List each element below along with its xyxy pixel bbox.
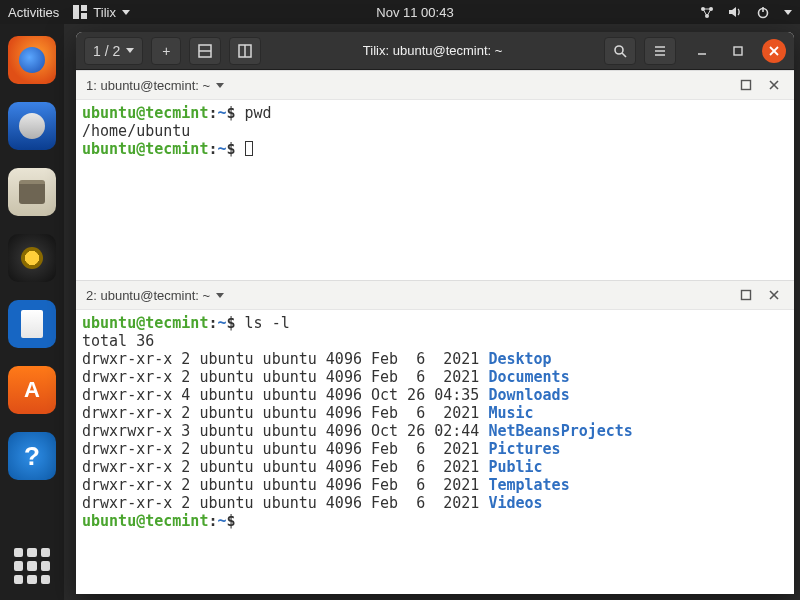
terminal-1[interactable]: ubuntu@tecmint:~$ pwd /home/ubuntu ubunt…: [76, 100, 794, 280]
chevron-down-icon[interactable]: [216, 83, 224, 88]
clock[interactable]: Nov 11 00:43: [376, 5, 453, 20]
dock-ubuntu-software[interactable]: [8, 366, 56, 414]
pane2-maximize-button[interactable]: [736, 285, 756, 305]
app-menu[interactable]: Tilix: [73, 5, 130, 20]
pane2-close-button[interactable]: [764, 285, 784, 305]
volume-icon[interactable]: [728, 5, 742, 19]
pane1-titlebar: 1: ubuntu@tecmint: ~: [76, 70, 794, 100]
terminal-pane-2: 2: ubuntu@tecmint: ~ ubuntu@tecmint:~$ l…: [76, 280, 794, 594]
chevron-down-icon[interactable]: [216, 293, 224, 298]
dock-libreoffice-writer[interactable]: [8, 300, 56, 348]
pane1-close-button[interactable]: [764, 75, 784, 95]
gnome-topbar: Activities Tilix Nov 11 00:43: [0, 0, 800, 24]
svg-rect-2: [81, 13, 87, 19]
svg-rect-0: [73, 5, 79, 19]
hamburger-menu-button[interactable]: [644, 37, 676, 65]
app-menu-label: Tilix: [93, 5, 116, 20]
network-icon[interactable]: [700, 5, 714, 19]
svg-line-13: [622, 53, 626, 57]
dock-files[interactable]: [8, 168, 56, 216]
svg-rect-1: [81, 5, 87, 11]
split-right-button[interactable]: [229, 37, 261, 65]
svg-point-12: [615, 46, 623, 54]
power-icon[interactable]: [756, 5, 770, 19]
svg-rect-18: [734, 47, 742, 55]
terminal-pane-1: 1: ubuntu@tecmint: ~ ubuntu@tecmint:~$ p…: [76, 70, 794, 280]
tilix-icon: [73, 5, 87, 19]
plus-icon: +: [162, 43, 170, 59]
maximize-button[interactable]: [726, 39, 750, 63]
new-session-button[interactable]: +: [151, 37, 181, 65]
chevron-down-icon: [122, 10, 130, 15]
show-applications-button[interactable]: [14, 548, 50, 584]
headerbar: 1 / 2 + Tilix: ubuntu@tecmint: ~: [76, 32, 794, 70]
chevron-down-icon: [126, 48, 134, 53]
dock-rhythmbox[interactable]: [8, 234, 56, 282]
close-button[interactable]: [762, 39, 786, 63]
search-icon: [613, 44, 627, 58]
pane1-title: 1: ubuntu@tecmint: ~: [86, 78, 210, 93]
split-down-button[interactable]: [189, 37, 221, 65]
search-button[interactable]: [604, 37, 636, 65]
pane2-title: 2: ubuntu@tecmint: ~: [86, 288, 210, 303]
dock-thunderbird[interactable]: [8, 102, 56, 150]
hamburger-icon: [653, 44, 667, 58]
activities-button[interactable]: Activities: [8, 5, 59, 20]
dock-firefox[interactable]: [8, 36, 56, 84]
minimize-button[interactable]: [690, 39, 714, 63]
terminal-2[interactable]: ubuntu@tecmint:~$ ls -l total 36 drwxr-x…: [76, 310, 794, 594]
dock-help[interactable]: [8, 432, 56, 480]
session-switcher[interactable]: 1 / 2: [84, 37, 143, 65]
session-switcher-label: 1 / 2: [93, 43, 120, 59]
pane1-maximize-button[interactable]: [736, 75, 756, 95]
svg-rect-24: [742, 291, 751, 300]
cursor: [245, 141, 253, 156]
pane2-titlebar: 2: ubuntu@tecmint: ~: [76, 280, 794, 310]
dock: [0, 24, 64, 600]
close-icon: [768, 45, 780, 57]
svg-rect-21: [742, 81, 751, 90]
window-title: Tilix: ubuntu@tecmint: ~: [269, 43, 596, 58]
panes-container: 1: ubuntu@tecmint: ~ ubuntu@tecmint:~$ p…: [76, 70, 794, 594]
system-menu-chevron-icon[interactable]: [784, 10, 792, 15]
tilix-window: 1 / 2 + Tilix: ubuntu@tecmint: ~: [76, 32, 794, 594]
